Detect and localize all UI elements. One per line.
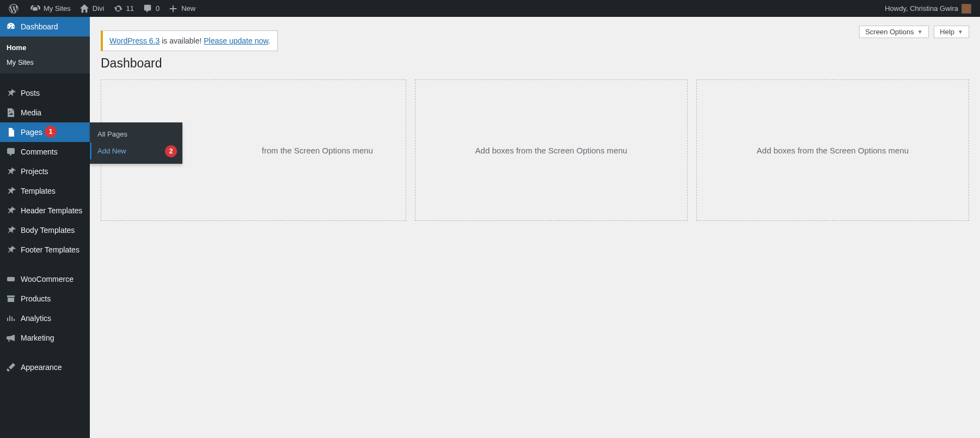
new-content-button[interactable]: New <box>164 0 200 17</box>
avatar <box>961 4 971 14</box>
annotation-badge-1: 1 <box>45 126 57 138</box>
sidebar-analytics-label: Analytics <box>21 314 51 323</box>
sidebar-header-templates-label: Header Templates <box>21 206 82 215</box>
help-label: Help <box>940 28 954 36</box>
sidebar-dashboard-label: Dashboard <box>21 22 58 31</box>
sidebar-item-analytics[interactable]: Analytics <box>0 309 90 328</box>
sidebar-body-templates-label: Body Templates <box>21 226 75 235</box>
update-icon <box>113 4 123 14</box>
sidebar-item-woocommerce[interactable]: WooCommerce <box>0 269 90 289</box>
site-name-button[interactable]: Divi <box>75 0 109 17</box>
sidebar-media-label: Media <box>21 108 41 117</box>
chevron-down-icon: ▼ <box>958 29 963 35</box>
dashboard-submenu: Home My Sites <box>0 36 90 73</box>
sidebar-item-comments[interactable]: Comments <box>0 142 90 162</box>
plus-icon <box>168 4 178 14</box>
sidebar-pages-label: Pages <box>21 128 42 137</box>
top-buttons: Screen Options ▼ Help ▼ <box>856 26 969 38</box>
box-text-1: from the Screen Options menu <box>262 146 373 155</box>
sidebar-item-footer-templates[interactable]: Footer Templates <box>0 240 90 260</box>
box-text-3: Add boxes from the Screen Options menu <box>757 146 909 155</box>
svg-rect-0 <box>7 277 15 281</box>
pin-icon <box>5 186 16 196</box>
wp-logo-button[interactable] <box>4 0 26 17</box>
notice-wp-link[interactable]: WordPress 6.3 <box>109 36 160 45</box>
dashboard-icon <box>5 21 16 32</box>
content-area: Screen Options ▼ Help ▼ WordPress 6.3 is… <box>90 0 980 438</box>
sidebar-appearance-label: Appearance <box>21 363 62 372</box>
sidebar-item-body-templates[interactable]: Body Templates <box>0 220 90 240</box>
menu-separator <box>0 348 90 357</box>
woo-icon <box>5 274 16 285</box>
sidebar-item-media[interactable]: Media <box>0 103 90 122</box>
new-label: New <box>181 4 195 13</box>
wordpress-icon <box>9 4 19 14</box>
updates-count: 11 <box>126 4 134 13</box>
site-name-label: Divi <box>93 4 105 13</box>
help-button[interactable]: Help ▼ <box>934 26 969 38</box>
howdy-prefix: Howdy, <box>885 4 910 13</box>
box-placeholder-3: Add boxes from the Screen Options menu <box>696 79 969 221</box>
admin-toolbar: My Sites Divi 11 0 New Howdy, Christina … <box>0 0 980 17</box>
box-text-2: Add boxes from the Screen Options menu <box>475 146 627 155</box>
comments-button[interactable]: 0 <box>138 0 164 17</box>
my-account-button[interactable]: Howdy, Christina Gwira <box>880 0 976 17</box>
megaphone-icon <box>5 332 16 343</box>
notice-update-link[interactable]: Please update now <box>204 36 268 45</box>
notice-end-text: . <box>268 36 271 45</box>
sidebar-templates-label: Templates <box>21 187 56 195</box>
sidebar-footer-templates-label: Footer Templates <box>21 245 79 254</box>
brush-icon <box>5 362 16 373</box>
pin-icon <box>5 166 16 177</box>
sidebar-posts-label: Posts <box>21 89 40 97</box>
sidebar-comments-label: Comments <box>21 147 58 156</box>
sidebar-woocommerce-label: WooCommerce <box>21 275 74 283</box>
pin-icon <box>5 88 16 98</box>
dashboard-boxes: from the Screen Options menu Add boxes f… <box>101 79 969 221</box>
admin-sidebar: Dashboard Home My Sites Posts Media Page… <box>0 17 90 438</box>
pin-icon <box>5 205 16 216</box>
flyout-add-new[interactable]: Add New 2 <box>90 143 182 159</box>
sidebar-products-label: Products <box>21 294 51 303</box>
sidebar-item-posts[interactable]: Posts <box>0 83 90 103</box>
admin-multisite-icon <box>30 4 40 14</box>
chevron-down-icon: ▼ <box>917 29 923 35</box>
submenu-home[interactable]: Home <box>0 40 90 55</box>
annotation-badge-2: 2 <box>165 145 177 157</box>
chart-bar-icon <box>5 313 16 324</box>
my-sites-label: My Sites <box>44 4 71 13</box>
update-notice: WordPress 6.3 is available! Please updat… <box>101 30 278 51</box>
comment-icon <box>5 146 16 157</box>
sidebar-item-header-templates[interactable]: Header Templates <box>0 201 90 220</box>
comments-count: 0 <box>156 4 160 13</box>
archive-icon <box>5 293 16 304</box>
sidebar-item-appearance[interactable]: Appearance <box>0 357 90 377</box>
my-sites-button[interactable]: My Sites <box>26 0 75 17</box>
home-icon <box>79 4 89 14</box>
flyout-all-pages[interactable]: All Pages <box>90 126 182 143</box>
page-icon <box>5 127 16 138</box>
media-icon <box>5 107 16 118</box>
sidebar-item-dashboard[interactable]: Dashboard <box>0 17 90 36</box>
menu-separator <box>0 260 90 269</box>
submenu-my-sites[interactable]: My Sites <box>0 55 90 70</box>
page-title: Dashboard <box>101 51 969 79</box>
sidebar-item-templates[interactable]: Templates <box>0 181 90 201</box>
notice-mid-text: is available! <box>160 36 204 45</box>
updates-button[interactable]: 11 <box>109 0 138 17</box>
sidebar-item-projects[interactable]: Projects <box>0 162 90 181</box>
pin-icon <box>5 244 16 255</box>
box-placeholder-2: Add boxes from the Screen Options menu <box>415 79 688 221</box>
screen-options-label: Screen Options <box>865 28 914 36</box>
sidebar-marketing-label: Marketing <box>21 334 54 342</box>
sidebar-item-pages[interactable]: Pages 1 All Pages Add New 2 <box>0 122 90 142</box>
pages-flyout: All Pages Add New 2 <box>90 122 182 164</box>
flyout-add-new-label: Add New <box>97 147 126 155</box>
pin-icon <box>5 225 16 236</box>
user-name: Christina Gwira <box>910 4 958 13</box>
sidebar-item-products[interactable]: Products <box>0 289 90 309</box>
screen-options-button[interactable]: Screen Options ▼ <box>859 26 929 38</box>
menu-separator <box>0 73 90 83</box>
sidebar-projects-label: Projects <box>21 167 48 176</box>
sidebar-item-marketing[interactable]: Marketing <box>0 328 90 348</box>
